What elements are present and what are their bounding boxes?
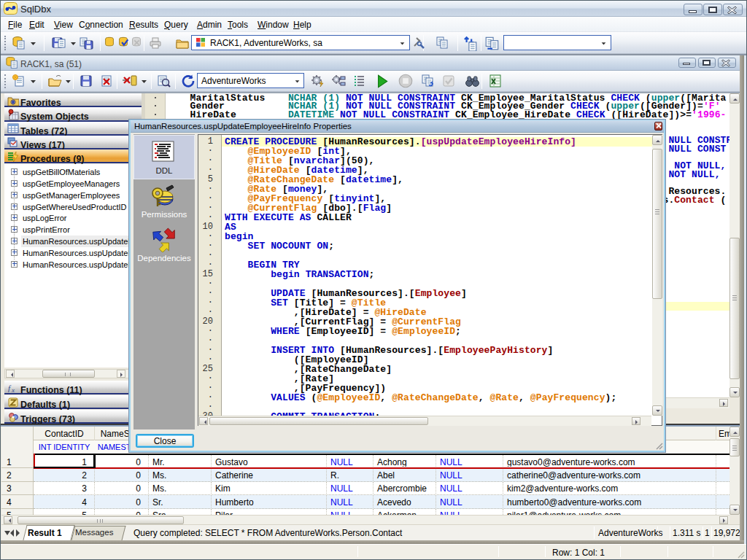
svg-text:x: x — [11, 386, 15, 394]
